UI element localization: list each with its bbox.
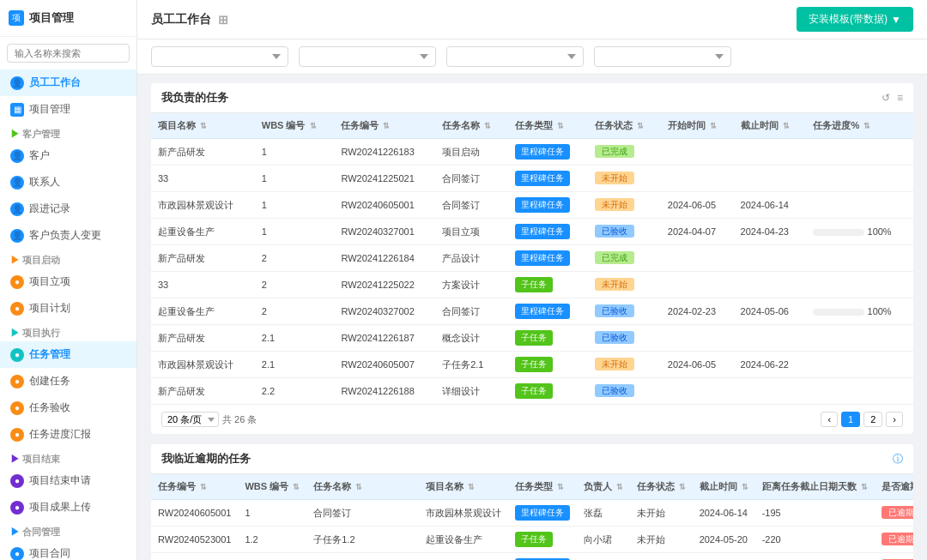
cell-wbs: 1 xyxy=(255,192,335,219)
table-row: 起重设备生产 2 RW20240327002 合同签订 里程碑任务 已验收 20… xyxy=(151,298,913,325)
cell-status: 未开始 xyxy=(630,553,693,561)
col-task-type: 任务类型 ⇅ xyxy=(508,113,588,139)
sidebar-item-customer-change[interactable]: 👤 客户负责人变更 xyxy=(0,222,136,249)
cell-project: 新产品研发 xyxy=(151,325,255,352)
cell-task-name: 项目立项 xyxy=(435,219,508,245)
sidebar-search-container xyxy=(0,37,136,69)
cell-start xyxy=(661,166,734,192)
overdue-tasks-actions: ⓘ xyxy=(893,452,903,467)
filter-row xyxy=(137,39,927,75)
table-row: 新产品研发 2.1 RW20241226187 概念设计 子任务 已验收 xyxy=(151,325,913,352)
sidebar-item-customer[interactable]: 👤 客户 xyxy=(0,142,136,169)
cell-status: 已完成 xyxy=(588,139,661,166)
cell-progress xyxy=(806,378,913,405)
close-apply-icon: ● xyxy=(10,474,24,488)
acceptance-icon: ● xyxy=(10,401,24,415)
col-is-overdue: 是否逾期 ⇅ xyxy=(875,474,913,500)
filter-select-1[interactable] xyxy=(151,46,288,67)
per-page-select-tasks[interactable]: 20 条/页 xyxy=(161,412,219,427)
prev-page-btn[interactable]: ‹ xyxy=(821,412,838,427)
cell-task-name: 合同签订 xyxy=(306,500,418,527)
cell-wbs: 1 xyxy=(255,139,335,166)
cell-wbs: 1 xyxy=(255,219,335,245)
cell-progress: 100% xyxy=(806,219,913,245)
filter-select-4[interactable] xyxy=(594,46,731,67)
install-template-button[interactable]: 安装模板(带数据) ▼ xyxy=(797,7,913,32)
follow-icon: 👤 xyxy=(10,202,24,216)
cell-progress xyxy=(806,272,913,298)
col-task-status: 任务状态 ⇅ xyxy=(588,113,661,139)
col-assignee: 负责人 ⇅ xyxy=(577,474,630,500)
cell-type: 里程碑任务 xyxy=(508,500,577,527)
col-task-no-overdue: 任务编号 ⇅ xyxy=(151,474,238,500)
cell-days: -220 xyxy=(755,527,875,553)
cell-project: 起重设备生产 xyxy=(151,298,255,325)
cell-task-no: RW20241225021 xyxy=(334,166,435,192)
next-page-btn[interactable]: › xyxy=(886,412,903,427)
cell-end: 2024-06-22 xyxy=(734,352,807,378)
dropdown-icon: ▼ xyxy=(891,14,901,26)
col-type-overdue: 任务类型 ⇅ xyxy=(508,474,577,500)
col-days-to-deadline: 距离任务截止日期天数 ⇅ xyxy=(755,474,875,500)
col-project-name: 项目名称 ⇅ xyxy=(151,113,255,139)
cell-start: 2024-04-07 xyxy=(661,219,734,245)
page-2-btn[interactable]: 2 xyxy=(863,412,882,427)
sidebar-item-follow-record[interactable]: 👤 跟进记录 xyxy=(0,196,136,222)
cell-task-no: RW20240605001 xyxy=(151,500,238,527)
cell-task-name: 合同签订 xyxy=(435,192,508,219)
sidebar-item-project-management[interactable]: ▦ 项目管理 xyxy=(0,96,136,123)
cell-progress xyxy=(806,352,913,378)
cell-status: 未开始 xyxy=(630,500,693,527)
sidebar-item-contact[interactable]: 👤 联系人 xyxy=(0,169,136,196)
search-input[interactable] xyxy=(7,44,130,63)
sidebar-item-task-management[interactable]: ● 任务管理 xyxy=(0,341,136,368)
sidebar-item-task-acceptance[interactable]: ● 任务验收 xyxy=(0,394,136,421)
col-task-name-overdue: 任务名称 ⇅ xyxy=(306,474,418,500)
cell-start xyxy=(661,378,734,405)
cell-task-type: 子任务 xyxy=(508,325,588,352)
cell-task-no: RW20241226184 xyxy=(334,245,435,272)
my-tasks-header: 我负责的任务 ↺ ≡ xyxy=(151,83,913,113)
table-row: 新产品研发 2.2 RW20241226188 详细设计 子任务 已验收 xyxy=(151,378,913,405)
table-row: RW20240605001 1 合同签订 市政园林景观设计 里程碑任务 张磊 未… xyxy=(151,500,913,527)
sidebar-item-create-task[interactable]: ● 创建任务 xyxy=(0,368,136,394)
cell-task-no: RW20240327001 xyxy=(334,219,435,245)
settings-icon[interactable]: ≡ xyxy=(897,92,903,104)
col-task-name: 任务名称 ⇅ xyxy=(435,113,508,139)
sidebar-item-project-upload[interactable]: ● 项目成果上传 xyxy=(0,494,136,521)
page-1-btn[interactable]: 1 xyxy=(841,412,860,427)
col-wbs: WBS 编号 ⇅ xyxy=(255,113,335,139)
group-label-project-start: ▶ 项目启动 xyxy=(0,249,136,268)
customer-icon: 👤 xyxy=(10,149,24,163)
sidebar-item-project-close[interactable]: ● 项目结束申请 xyxy=(0,467,136,494)
pagination-pages: ‹ 1 2 › xyxy=(821,412,903,427)
cell-status: 未开始 xyxy=(588,192,661,219)
info-icon[interactable]: ⓘ xyxy=(893,452,903,467)
expand-icon[interactable]: ⊞ xyxy=(218,13,228,27)
col-project-overdue: 项目名称 ⇅ xyxy=(419,474,508,500)
sidebar-item-project-contract[interactable]: ● 项目合同 xyxy=(0,540,136,560)
cell-overdue: 已逾期 xyxy=(875,553,913,561)
sidebar-item-task-progress[interactable]: ● 任务进度汇报 xyxy=(0,421,136,448)
filter-select-2[interactable] xyxy=(299,46,436,67)
sidebar-item-project-setup[interactable]: ● 项目立项 xyxy=(0,268,136,295)
filter-select-3[interactable] xyxy=(446,46,584,67)
contract-icon: ● xyxy=(10,547,24,561)
col-end-time: 截止时间 ⇅ xyxy=(734,113,807,139)
sidebar-item-project-plan[interactable]: ● 项目计划 xyxy=(0,295,136,322)
cell-wbs: 2 xyxy=(255,298,335,325)
cell-status: 已验收 xyxy=(588,298,661,325)
cell-end: 2024-06-14 xyxy=(734,192,807,219)
sidebar-item-employee-workbench[interactable]: 👤 员工工作台 xyxy=(0,69,136,96)
cell-end xyxy=(734,272,807,298)
table-row: 33 2 RW20241225022 方案设计 子任务 未开始 xyxy=(151,272,913,298)
change-icon: 👤 xyxy=(10,229,24,243)
cell-wbs: 2.1 xyxy=(255,352,335,378)
my-tasks-table: 项目名称 ⇅ WBS 编号 ⇅ 任务编号 ⇅ 任务名称 ⇅ 任务类型 ⇅ 任务状… xyxy=(151,113,913,405)
refresh-icon[interactable]: ↺ xyxy=(882,92,890,104)
main-header: 员工工作台 ⊞ 安装模板(带数据) ▼ xyxy=(137,0,927,39)
cell-project: 市政园林景观设计 xyxy=(151,352,255,378)
cell-progress xyxy=(806,245,913,272)
cell-task-name: 方案设计 xyxy=(306,553,418,561)
cell-task-type: 里程碑任务 xyxy=(508,219,588,245)
